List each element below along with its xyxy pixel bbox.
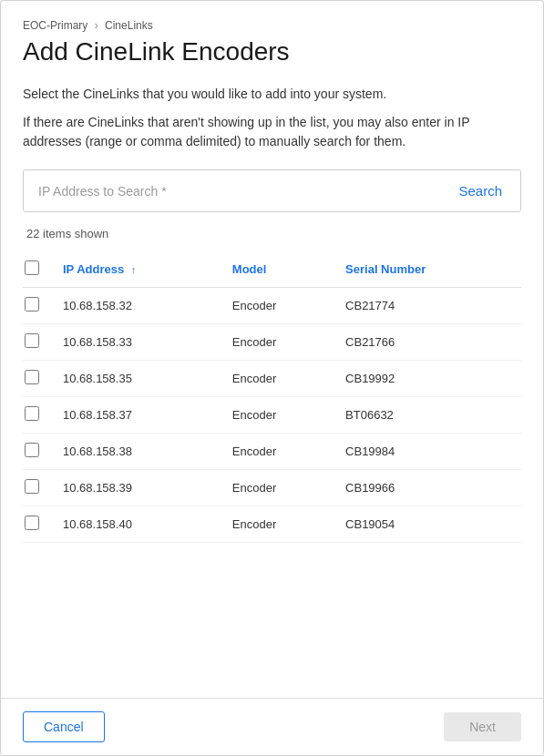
row-model: Encoder	[225, 288, 338, 324]
modal-body: EOC-Primary › CineLinks Add CineLink Enc…	[1, 1, 543, 698]
row-ip-address: 10.68.158.39	[56, 470, 225, 506]
row-ip-address: 10.68.158.35	[56, 361, 225, 397]
row-serial-number: CB19992	[338, 361, 521, 397]
table-row: 10.68.158.39 Encoder CB19966	[23, 470, 521, 506]
items-count: 22 items shown	[23, 227, 521, 240]
table-row: 10.68.158.38 Encoder CB19984	[23, 434, 521, 470]
description-paragraph-2: If there are CineLinks that aren't showi…	[23, 113, 521, 151]
breadcrumb-separator: ›	[95, 19, 98, 32]
breadcrumb-parent: EOC-Primary	[23, 19, 87, 32]
row-checkbox-cell[interactable]	[23, 470, 56, 506]
row-ip-address: 10.68.158.38	[56, 434, 225, 470]
table-body: 10.68.158.32 Encoder CB21774 10.68.158.3…	[23, 288, 521, 543]
modal-container: EOC-Primary › CineLinks Add CineLink Enc…	[0, 0, 544, 756]
row-model: Encoder	[225, 397, 338, 434]
header-serial-number[interactable]: Serial Number	[338, 251, 521, 288]
table-row: 10.68.158.33 Encoder CB21766	[23, 324, 521, 361]
description-paragraph-1: Select the CineLinks that you would like…	[23, 85, 521, 104]
row-ip-address: 10.68.158.32	[56, 288, 225, 324]
row-checkbox-cell[interactable]	[23, 324, 56, 361]
row-checkbox[interactable]	[25, 406, 39, 421]
row-serial-number: CB19984	[338, 434, 521, 470]
row-model: Encoder	[225, 506, 338, 543]
row-checkbox[interactable]	[25, 443, 39, 457]
row-ip-address: 10.68.158.33	[56, 324, 225, 361]
row-checkbox[interactable]	[25, 333, 39, 348]
table-row: 10.68.158.32 Encoder CB21774	[23, 288, 521, 324]
row-checkbox-cell[interactable]	[23, 506, 56, 543]
table-row: 10.68.158.40 Encoder CB19054	[23, 506, 521, 543]
row-checkbox-cell[interactable]	[23, 288, 56, 324]
search-section: Search	[23, 169, 521, 212]
row-checkbox-cell[interactable]	[23, 397, 56, 434]
cancel-button[interactable]: Cancel	[23, 711, 105, 742]
table-header-row: IP Address ↑ Model Serial Number	[23, 251, 521, 288]
header-checkbox-col[interactable]	[23, 251, 56, 288]
row-serial-number: CB21774	[338, 288, 521, 324]
search-button[interactable]: Search	[440, 170, 520, 211]
search-input[interactable]	[24, 171, 440, 211]
breadcrumb-current: CineLinks	[105, 19, 153, 32]
next-button[interactable]: Next	[444, 712, 521, 741]
row-model: Encoder	[225, 470, 338, 506]
sort-arrow-icon: ↑	[131, 264, 137, 275]
row-model: Encoder	[225, 361, 338, 397]
row-serial-number: CB19054	[338, 506, 521, 543]
row-checkbox[interactable]	[25, 516, 39, 530]
row-model: Encoder	[225, 434, 338, 470]
row-serial-number: CB21766	[338, 324, 521, 361]
row-checkbox[interactable]	[25, 370, 39, 384]
row-serial-number: CB19966	[338, 470, 521, 506]
search-box: Search	[23, 169, 521, 212]
row-checkbox-cell[interactable]	[23, 361, 56, 397]
row-checkbox[interactable]	[25, 297, 39, 312]
select-all-checkbox[interactable]	[25, 261, 39, 275]
header-model[interactable]: Model	[225, 251, 338, 288]
row-serial-number: BT06632	[338, 397, 521, 434]
row-checkbox[interactable]	[25, 479, 39, 494]
breadcrumb: EOC-Primary › CineLinks	[23, 19, 521, 32]
table-row: 10.68.158.35 Encoder CB19992	[23, 361, 521, 397]
row-checkbox-cell[interactable]	[23, 434, 56, 470]
table-row: 10.68.158.37 Encoder BT06632	[23, 397, 521, 434]
header-ip-address[interactable]: IP Address ↑	[56, 251, 225, 288]
row-ip-address: 10.68.158.40	[56, 506, 225, 543]
modal-footer: Cancel Next	[1, 698, 543, 755]
row-model: Encoder	[225, 324, 338, 361]
page-title: Add CineLink Encoders	[23, 37, 521, 66]
row-ip-address: 10.68.158.37	[56, 397, 225, 434]
encoders-table: IP Address ↑ Model Serial Number	[23, 251, 521, 543]
